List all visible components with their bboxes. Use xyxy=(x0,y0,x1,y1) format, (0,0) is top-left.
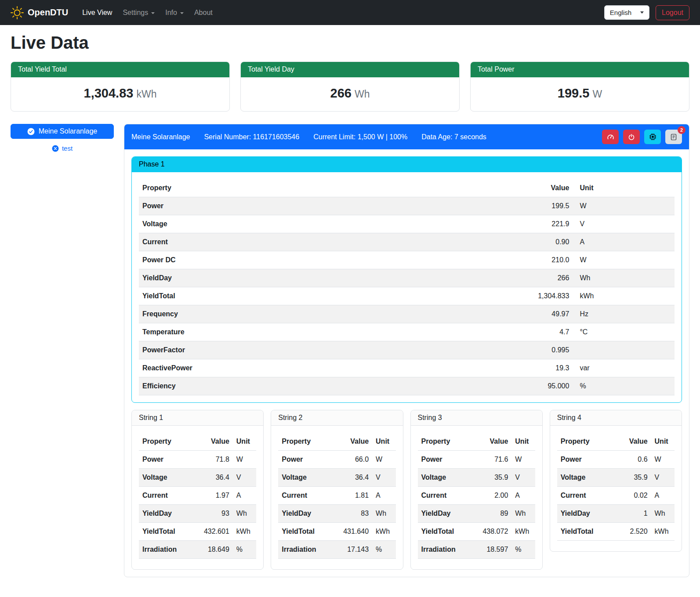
table-row: ReactivePower19.3var xyxy=(139,359,675,377)
summary-card-title: Total Yield Total xyxy=(11,62,229,77)
unit-cell: V xyxy=(372,469,395,487)
table-row: YieldDay1Wh xyxy=(557,505,675,523)
string-card-title: String 2 xyxy=(271,410,403,426)
value-cell: 266 xyxy=(519,269,573,287)
speedometer-icon xyxy=(607,133,614,141)
logout-button[interactable]: Logout xyxy=(656,5,689,20)
unit-cell: V xyxy=(511,469,535,487)
string-card: String 2PropertyValueUnitPower66.0WVolta… xyxy=(271,410,403,570)
inverter-name: test xyxy=(62,145,73,152)
string-card: String 3PropertyValueUnitPower71.6WVolta… xyxy=(410,410,543,570)
unit-cell: A xyxy=(233,487,256,505)
string-card-title: String 1 xyxy=(132,410,263,426)
nav-item-settings[interactable]: Settings xyxy=(118,5,159,20)
property-cell: Irradiation xyxy=(278,541,331,559)
unit-cell: kWh xyxy=(573,287,675,305)
language-select[interactable]: English xyxy=(604,5,649,20)
column-header-value: Value xyxy=(519,179,573,197)
property-cell: YieldTotal xyxy=(139,287,519,305)
unit-cell: V xyxy=(573,215,675,233)
property-cell: Efficiency xyxy=(139,377,519,395)
column-header-property: Property xyxy=(139,179,519,197)
property-cell: Power xyxy=(139,197,519,215)
nav-item-label: Settings xyxy=(123,9,148,17)
nav-item-label: Info xyxy=(165,9,177,17)
journal-icon xyxy=(670,134,677,141)
value-cell: 1,304.833 xyxy=(519,287,573,305)
value-cell: 49.97 xyxy=(519,305,573,323)
table-row: YieldTotal438.072kWh xyxy=(418,523,535,541)
value-cell: 66.0 xyxy=(331,451,373,469)
string-card: String 4PropertyValueUnitPower0.6WVoltag… xyxy=(550,410,682,552)
inverter-select-test[interactable]: test xyxy=(11,145,114,152)
property-cell: Temperature xyxy=(139,323,519,341)
value-cell: 1.81 xyxy=(331,487,373,505)
property-cell: YieldTotal xyxy=(278,523,331,541)
string-table-wrap: PropertyValueUnitPower0.6WVoltage35.9VCu… xyxy=(550,426,682,551)
inverter-panel: Meine Solaranlage Serial Number: 1161716… xyxy=(124,124,689,577)
value-cell: 71.6 xyxy=(471,451,512,469)
summary-value: 266 xyxy=(330,86,352,100)
column-header-property: Property xyxy=(278,433,331,451)
string-card-title: String 4 xyxy=(550,410,682,426)
table-row: Irradiation18.649% xyxy=(139,541,256,559)
nav-item-label: Live View xyxy=(82,9,112,17)
data-table: PropertyValueUnitPower71.6WVoltage35.9VC… xyxy=(418,433,535,559)
unit-cell: Wh xyxy=(651,505,675,523)
event-log-button[interactable]: 2 xyxy=(665,130,682,144)
column-header-unit: Unit xyxy=(651,433,675,451)
string-card: String 1PropertyValueUnitPower71.8WVolta… xyxy=(131,410,264,570)
table-header-row: PropertyValueUnit xyxy=(278,433,395,451)
unit-cell: var xyxy=(573,359,675,377)
unit-cell: Wh xyxy=(573,269,675,287)
value-cell: 221.9 xyxy=(519,215,573,233)
property-cell: Voltage xyxy=(278,469,331,487)
event-count-badge: 2 xyxy=(678,126,685,134)
power-button[interactable] xyxy=(623,130,640,144)
unit-cell: W xyxy=(233,451,256,469)
unit-cell: V xyxy=(651,469,675,487)
navbar: OpenDTU Live ViewSettingsInfoAbout Engli… xyxy=(0,0,700,25)
unit-cell: V xyxy=(233,469,256,487)
column-header-property: Property xyxy=(139,433,192,451)
property-cell: Power DC xyxy=(139,251,519,269)
nav-links: Live ViewSettingsInfoAbout xyxy=(78,5,604,20)
table-row: Power66.0W xyxy=(278,451,395,469)
property-cell: PowerFactor xyxy=(139,341,519,359)
summary-unit: Wh xyxy=(355,88,370,100)
value-cell: 36.4 xyxy=(192,469,233,487)
table-row: Current1.97A xyxy=(139,487,256,505)
property-cell: Power xyxy=(278,451,331,469)
unit-cell: W xyxy=(511,451,535,469)
summary-card-title: Total Power xyxy=(471,62,689,77)
device-info-button[interactable] xyxy=(644,130,661,144)
table-row: YieldTotal431.640kWh xyxy=(278,523,395,541)
property-cell: Power xyxy=(418,451,471,469)
summary-card-body: 1,304.83kWh xyxy=(11,77,229,111)
nav-item-about[interactable]: About xyxy=(190,5,217,20)
column-header-property: Property xyxy=(418,433,471,451)
nav-item-live-view[interactable]: Live View xyxy=(78,5,116,20)
inverter-select-meine-solaranlage[interactable]: Meine Solaranlage xyxy=(11,124,114,139)
property-cell: Voltage xyxy=(139,469,192,487)
data-table: PropertyValueUnitPower199.5WVoltage221.9… xyxy=(139,179,675,395)
x-circle-icon xyxy=(52,145,59,152)
table-header-row: PropertyValueUnit xyxy=(418,433,535,451)
table-row: Power199.5W xyxy=(139,197,675,215)
value-cell: 431.640 xyxy=(331,523,373,541)
summary-unit: kWh xyxy=(136,88,156,100)
summary-value: 199.5 xyxy=(558,86,590,100)
current-limit: Current Limit: 1,500 W | 100% xyxy=(313,133,407,141)
value-cell: 0.6 xyxy=(610,451,651,469)
table-row: PowerFactor0.995 xyxy=(139,341,675,359)
brand-label: OpenDTU xyxy=(28,7,68,18)
nav-item-info[interactable]: Info xyxy=(161,5,188,20)
property-cell: ReactivePower xyxy=(139,359,519,377)
table-row: YieldTotal1,304.833kWh xyxy=(139,287,675,305)
limit-settings-button[interactable] xyxy=(602,130,619,144)
unit-cell: °C xyxy=(573,323,675,341)
table-row: Frequency49.97Hz xyxy=(139,305,675,323)
brand[interactable]: OpenDTU xyxy=(11,6,68,19)
unit-cell: Wh xyxy=(233,505,256,523)
value-cell: 432.601 xyxy=(192,523,233,541)
